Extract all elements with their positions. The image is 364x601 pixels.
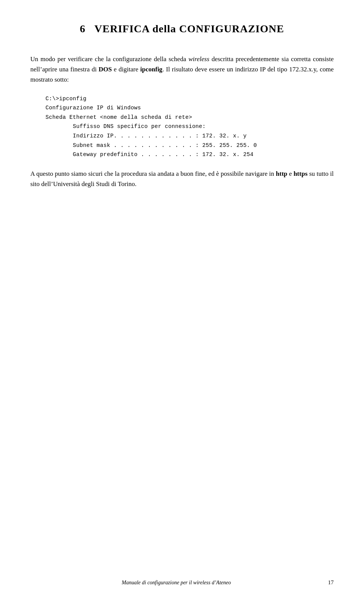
conclusion-text-mid: e	[287, 170, 293, 177]
dos-bold: DOS	[99, 66, 112, 73]
intro-paragraph: Un modo per verificare che la configuraz…	[30, 54, 334, 85]
footer-label: Manuale di configurazione per il wireles…	[30, 580, 322, 586]
page-container: 6 VERIFICA della CONFIGURAZIONE Un modo …	[0, 0, 364, 601]
chapter-title: VERIFICA della CONFIGURAZIONE	[94, 23, 284, 35]
conclusion-paragraph: A questo punto siamo sicuri che la proce…	[30, 169, 334, 189]
code-block: C:\>ipconfig Configurazione IP di Window…	[46, 94, 334, 159]
chapter-heading: 6 VERIFICA della CONFIGURAZIONE	[30, 23, 334, 35]
wireless-italic: wireless	[188, 55, 209, 63]
footer-page-number: 17	[322, 579, 334, 586]
https-bold: https	[293, 170, 308, 177]
footer: Manuale di configurazione per il wireles…	[30, 579, 334, 586]
ipconfig-bold: ipconfig	[140, 66, 163, 73]
chapter-number: 6	[80, 23, 86, 35]
conclusion-text-before: A questo punto siamo sicuri che la proce…	[30, 170, 276, 177]
intro-text-end: e digitare	[112, 66, 140, 73]
intro-text-before-italic: Un modo per verificare che la configuraz…	[30, 55, 188, 63]
http-bold: http	[276, 170, 287, 177]
